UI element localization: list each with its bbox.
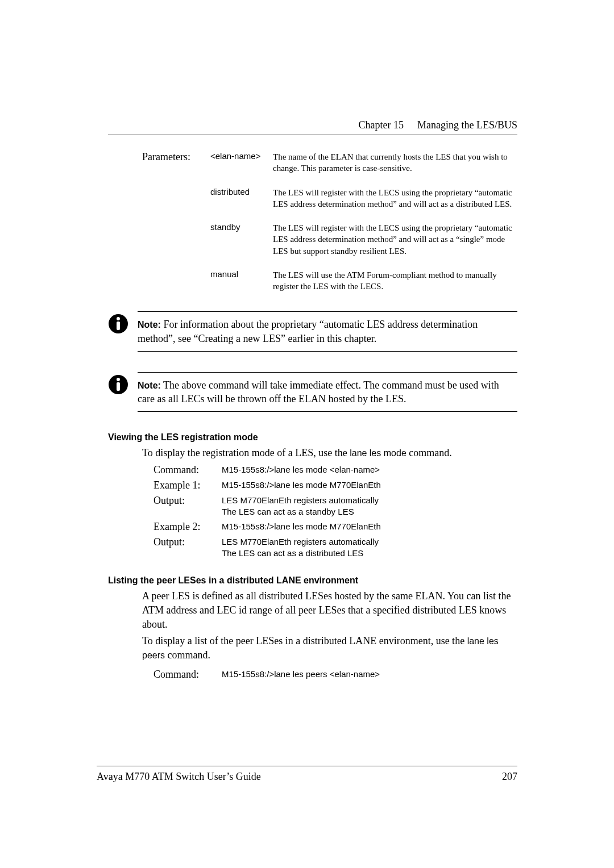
page-footer: Avaya M770 ATM Switch User’s Guide 207 [97,766,517,783]
svg-point-4 [117,378,120,381]
note-body: For information about the proprietary “a… [138,319,478,344]
param-desc: The name of the ELAN that currently host… [273,151,517,174]
info-icon [108,374,128,395]
param-row: Parameters: <elan-name> The name of the … [142,151,517,174]
section-heading: Viewing the LES registration mode [108,432,517,443]
rule [138,411,517,412]
page-number: 207 [502,771,517,783]
text: To display the registration mode of a LE… [142,447,350,458]
rule [138,311,517,312]
chapter-label: Chapter 15 [359,119,404,131]
note-text: Note: The above command will take immedi… [138,378,517,406]
svg-rect-5 [117,382,120,391]
row-value: M15-155s8:/>lane les mode M770ElanEth [222,521,517,533]
command-row: Example 1: M15-155s8:/>lane les mode M77… [154,479,517,491]
section-heading: Listing the peer LESes in a distributed … [108,575,517,586]
note-block: Note: For information about the propriet… [108,311,517,352]
param-key: distributed [210,187,273,210]
info-icon [108,314,128,334]
note-block: Note: The above command will take immedi… [108,372,517,412]
param-key: standby [210,222,273,257]
row-value: LES M770ElanEth registers automatically … [222,495,517,518]
page: Chapter 15 Managing the LES/BUS Paramete… [0,0,614,681]
row-label: Output: [154,495,222,518]
body-text: A peer LES is defined as all distributed… [142,589,517,632]
note-body: The above command will take immediate ef… [138,379,499,404]
footer-title: Avaya M770 ATM Switch User’s Guide [97,771,261,783]
row-label: Command: [154,464,222,476]
rule [138,351,517,352]
row-value: M15-155s8:/>lane les mode M770ElanEth [222,479,517,491]
command-row: Command: M15-155s8:/>lane les peers <ela… [154,669,517,681]
param-key: <elan-name> [210,151,273,174]
chapter-title: Managing the LES/BUS [417,119,517,131]
command-row: Example 2: M15-155s8:/>lane les mode M77… [154,521,517,533]
row-value: LES M770ElanEth registers automatically … [222,536,517,560]
row-label: Output: [154,536,222,560]
note-label: Note: [138,381,161,390]
text: command. [406,447,452,458]
body-text: To display a list of the peer LESes in a… [142,634,517,662]
param-row: distributed The LES will register with t… [142,187,517,210]
param-desc: The LES will register with the LECS usin… [273,222,517,257]
param-desc: The LES will use the ATM Forum-compliant… [273,269,517,293]
row-label: Example 2: [154,521,222,533]
parameters-label: Parameters: [142,151,210,174]
inline-command: lane les mode [350,448,406,458]
param-desc: The LES will register with the LECS usin… [273,187,517,210]
row-label: Command: [154,669,222,681]
row-value: M15-155s8:/>lane les peers <elan-name> [222,669,517,681]
body-text: To display the registration mode of a LE… [142,446,517,460]
svg-point-1 [117,317,120,320]
param-row: standby The LES will register with the L… [142,222,517,257]
page-header: Chapter 15 Managing the LES/BUS [108,119,517,135]
rule [138,372,517,373]
command-row: Output: LES M770ElanEth registers automa… [154,495,517,518]
param-key: manual [210,269,273,293]
note-label: Note: [138,320,161,329]
param-row: manual The LES will use the ATM Forum-co… [142,269,517,293]
command-row: Command: M15-155s8:/>lane les mode <elan… [154,464,517,476]
command-row: Output: LES M770ElanEth registers automa… [154,536,517,560]
row-value: M15-155s8:/>lane les mode <elan-name> [222,464,517,476]
row-label: Example 1: [154,479,222,491]
svg-rect-2 [117,322,120,330]
text: command. [165,649,210,661]
note-text: Note: For information about the propriet… [138,318,517,345]
text: To display a list of the peer LESes in a… [142,635,467,646]
